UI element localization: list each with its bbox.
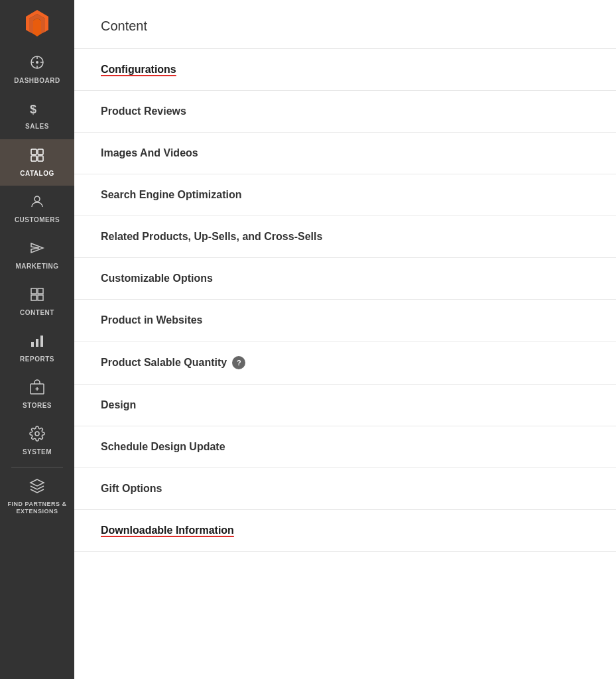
sidebar-item-label: CONTENT <box>20 309 54 317</box>
menu-item-text-configurations: Configurations <box>101 64 176 76</box>
svg-rect-11 <box>38 149 43 154</box>
menu-item-product-reviews[interactable]: Product Reviews <box>74 91 616 133</box>
menu-item-text-images-and-videos: Images And Videos <box>101 147 198 159</box>
menu-item-gift-options[interactable]: Gift Options <box>74 468 616 510</box>
svg-rect-19 <box>38 295 43 300</box>
svg-rect-17 <box>38 288 43 294</box>
svg-rect-18 <box>31 295 36 300</box>
customers-icon <box>29 194 45 214</box>
menu-item-product-salable-quantity[interactable]: Product Salable Quantity? <box>74 341 616 385</box>
svg-point-26 <box>35 432 39 436</box>
svg-marker-15 <box>31 243 43 253</box>
menu-item-product-in-websites[interactable]: Product in Websites <box>74 300 616 341</box>
sidebar-item-content[interactable]: CONTENT <box>0 278 74 325</box>
find-partners-icon <box>29 478 45 498</box>
menu-list: ConfigurationsProduct ReviewsImages And … <box>74 49 616 552</box>
menu-item-search-engine-optimization[interactable]: Search Engine Optimization <box>74 174 616 216</box>
menu-item-customizable-options[interactable]: Customizable Options <box>74 258 616 300</box>
sidebar-item-label: CUSTOMERS <box>15 216 60 224</box>
menu-item-text-gift-options: Gift Options <box>101 483 162 495</box>
sidebar-logo <box>0 0 74 46</box>
svg-rect-22 <box>40 336 43 347</box>
sidebar-item-marketing[interactable]: MARKETING <box>0 232 74 278</box>
sidebar-item-system[interactable]: SYSTEM <box>0 418 74 464</box>
menu-item-images-and-videos[interactable]: Images And Videos <box>74 133 616 174</box>
svg-rect-12 <box>31 156 36 161</box>
svg-rect-13 <box>38 156 43 161</box>
reports-icon <box>29 333 45 353</box>
menu-item-schedule-design-update[interactable]: Schedule Design Update <box>74 426 616 468</box>
svg-rect-20 <box>31 342 34 347</box>
menu-item-text-design: Design <box>101 399 136 411</box>
sidebar-item-label: DASHBOARD <box>14 77 60 85</box>
sidebar-item-catalog[interactable]: CATALOG <box>0 139 74 186</box>
page-section-title: Content <box>74 0 616 49</box>
sidebar-item-label: REPORTS <box>20 355 54 363</box>
menu-item-text-schedule-design-update: Schedule Design Update <box>101 441 225 453</box>
menu-item-text-product-salable-quantity: Product Salable Quantity <box>101 357 227 369</box>
sales-icon: $ <box>30 101 44 120</box>
sidebar-item-label: SALES <box>25 123 49 131</box>
menu-item-downloadable-information[interactable]: Downloadable Information <box>74 510 616 552</box>
sidebar-item-stores[interactable]: STORES <box>0 371 74 418</box>
menu-item-design[interactable]: Design <box>74 385 616 426</box>
svg-rect-10 <box>31 149 36 154</box>
svg-marker-2 <box>33 19 41 37</box>
dashboard-icon <box>29 54 45 74</box>
sidebar-item-label: MARKETING <box>15 263 58 271</box>
main-content: Content ConfigurationsProduct ReviewsIma… <box>74 0 616 679</box>
sidebar-item-label: STORES <box>23 402 52 410</box>
svg-rect-16 <box>31 288 36 294</box>
menu-item-text-customizable-options: Customizable Options <box>101 273 213 284</box>
sidebar-item-find-partners[interactable]: FIND PARTNERS & EXTENSIONS <box>0 470 74 523</box>
sidebar-item-label: FIND PARTNERS & EXTENSIONS <box>3 501 71 515</box>
menu-item-text-related-products: Related Products, Up-Sells, and Cross-Se… <box>101 231 322 243</box>
catalog-icon <box>29 147 45 167</box>
sidebar-item-label: SYSTEM <box>23 448 52 456</box>
sidebar-item-label: CATALOG <box>20 170 54 178</box>
stores-icon <box>29 379 45 399</box>
content-icon <box>29 286 45 306</box>
svg-point-14 <box>34 196 40 202</box>
svg-point-4 <box>36 61 38 64</box>
svg-text:$: $ <box>30 103 36 116</box>
sidebar: DASHBOARD $ SALES CATALOG CUSTOMERS MARK… <box>0 0 74 679</box>
sidebar-divider <box>11 467 63 467</box>
sidebar-item-customers[interactable]: CUSTOMERS <box>0 186 74 232</box>
svg-rect-21 <box>36 339 38 347</box>
menu-item-text-downloadable-information: Downloadable Information <box>101 525 234 536</box>
sidebar-item-dashboard[interactable]: DASHBOARD <box>0 46 74 93</box>
menu-item-text-product-reviews: Product Reviews <box>101 105 186 117</box>
magento-logo-icon <box>22 8 52 38</box>
marketing-icon <box>29 240 45 260</box>
menu-item-related-products[interactable]: Related Products, Up-Sells, and Cross-Se… <box>74 216 616 258</box>
sidebar-item-reports[interactable]: REPORTS <box>0 325 74 371</box>
menu-item-text-search-engine-optimization: Search Engine Optimization <box>101 189 241 201</box>
system-icon <box>29 426 45 446</box>
menu-item-configurations[interactable]: Configurations <box>74 49 616 91</box>
help-icon-product-salable-quantity[interactable]: ? <box>232 356 245 369</box>
menu-item-text-product-in-websites: Product in Websites <box>101 314 203 326</box>
sidebar-item-sales[interactable]: $ SALES <box>0 93 74 139</box>
